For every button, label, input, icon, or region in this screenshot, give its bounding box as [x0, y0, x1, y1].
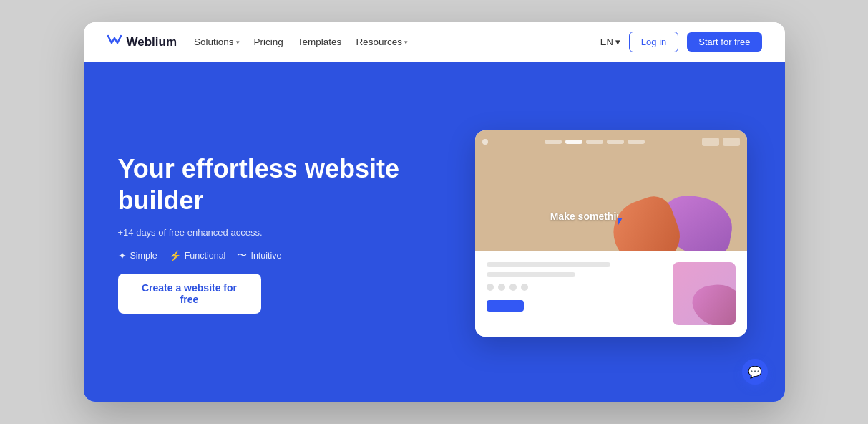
- preview-top: Make something different: [475, 130, 747, 251]
- hero-subtitle: +14 days of free enhanced access.: [118, 227, 443, 238]
- wave-icon: 〜: [237, 249, 247, 262]
- chat-icon: 💬: [748, 365, 762, 379]
- logo-icon: [107, 34, 122, 49]
- language-selector[interactable]: EN ▾: [600, 37, 620, 47]
- nav-links: Solutions ▾ Pricing Templates Resources …: [194, 37, 600, 47]
- start-button[interactable]: Start for free: [687, 32, 761, 52]
- nav-solutions[interactable]: Solutions ▾: [194, 37, 240, 47]
- chevron-down-icon: ▾: [615, 37, 620, 47]
- preview-dots: [487, 284, 664, 291]
- navbar: Weblium Solutions ▾ Pricing Templates Re…: [84, 22, 785, 62]
- nav-pricing[interactable]: Pricing: [254, 37, 283, 47]
- window-dot: [482, 139, 488, 145]
- cursor-icon: [618, 218, 630, 229]
- preview-buttons: [702, 138, 740, 146]
- preview-tabs: [545, 140, 645, 144]
- preview-content-left: [487, 262, 664, 312]
- chat-bubble-button[interactable]: 💬: [742, 359, 768, 385]
- logo[interactable]: Weblium: [107, 34, 177, 49]
- preview-line: [487, 272, 575, 277]
- preview-dot: [509, 284, 517, 291]
- sparkle-icon: ✦: [118, 250, 127, 261]
- hero-section: Your effortless website builder +14 days…: [84, 62, 785, 402]
- badge-intuitive: 〜 Intuitive: [237, 249, 281, 262]
- preview-tab: [607, 140, 624, 144]
- preview-dot: [498, 284, 505, 291]
- preview-image: [673, 262, 736, 325]
- logo-text: Weblium: [127, 35, 177, 49]
- preview-card: Make something different: [475, 130, 747, 337]
- cta-button[interactable]: Create a website for free: [118, 274, 261, 314]
- preview-dot: [521, 284, 528, 291]
- preview-cta-btn: [487, 300, 524, 312]
- nav-resources[interactable]: Resources ▾: [356, 37, 408, 47]
- preview-dot: [487, 284, 494, 291]
- preview-tab: [628, 140, 645, 144]
- badge-simple: ✦ Simple: [118, 250, 157, 261]
- browser-window: Weblium Solutions ▾ Pricing Templates Re…: [84, 22, 785, 402]
- hero-right: Make something different: [472, 91, 751, 376]
- hero-left: Your effortless website builder +14 days…: [118, 91, 472, 376]
- login-button[interactable]: Log in: [629, 32, 678, 52]
- nav-templates[interactable]: Templates: [298, 37, 342, 47]
- preview-btn: [702, 138, 719, 146]
- preview-tab: [586, 140, 603, 144]
- preview-shape-pink: [690, 281, 736, 325]
- badge-functional: ⚡ Functional: [169, 250, 226, 261]
- chevron-icon: ▾: [236, 39, 240, 46]
- preview-btn: [723, 138, 740, 146]
- nav-right: EN ▾ Log in Start for free: [600, 32, 762, 52]
- preview-line: [487, 262, 611, 267]
- preview-tab: [545, 140, 562, 144]
- hero-badges: ✦ Simple ⚡ Functional 〜 Intuitive: [118, 249, 443, 262]
- lightning-icon: ⚡: [169, 250, 181, 261]
- preview-tab-active: [565, 140, 582, 144]
- hero-title: Your effortless website builder: [118, 153, 443, 215]
- chevron-icon: ▾: [404, 39, 408, 46]
- preview-bottom: [475, 251, 747, 337]
- preview-top-bar: [482, 138, 740, 146]
